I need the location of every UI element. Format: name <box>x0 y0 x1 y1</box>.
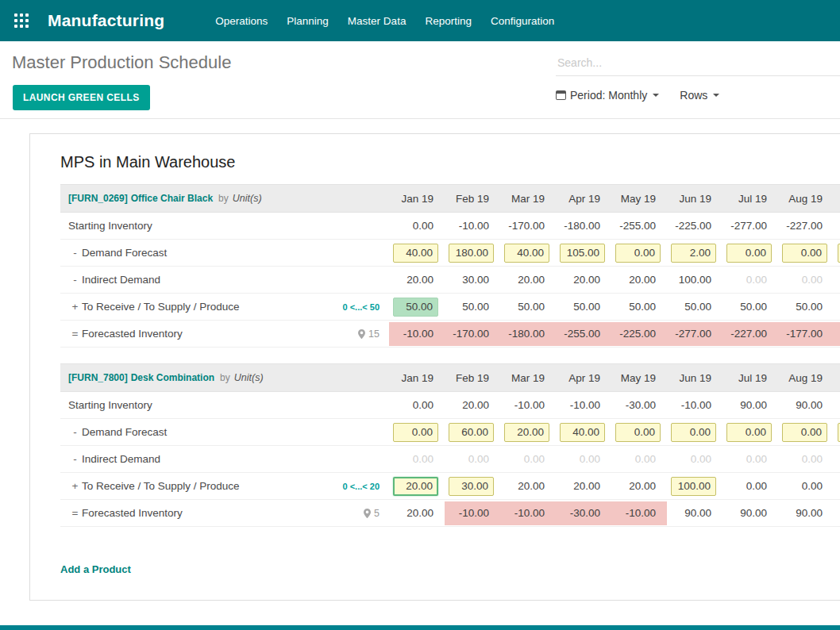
value-cell: 180.00 <box>445 240 500 266</box>
demand-input[interactable]: 2.00 <box>671 244 716 263</box>
apps-grid-icon[interactable] <box>14 13 29 28</box>
value-cell: 0.00 <box>556 446 611 472</box>
equals-sign: = <box>68 507 82 519</box>
row-label: Indirect Demand <box>82 274 160 286</box>
demand-input[interactable]: 0.00 <box>726 423 772 442</box>
value-cell: 105.00 <box>556 240 611 266</box>
demand-input[interactable]: 105.00 <box>560 244 605 263</box>
value-cell: 20.00 <box>389 473 445 499</box>
value-cell: -10.00 <box>667 392 722 418</box>
menu-configuration[interactable]: Configuration <box>481 8 564 34</box>
value-cell: 40.00 <box>389 240 445 266</box>
calendar-icon <box>556 90 566 100</box>
demand-input[interactable]: 0.00 <box>615 244 661 263</box>
value-cell-clipped <box>834 294 840 320</box>
forecast-cell-negative: -30.00 <box>556 501 611 525</box>
row-starting-inventory: Starting Inventory 0.00 -10.00 -170.00 -… <box>60 213 840 240</box>
rows-label: Rows <box>680 89 707 102</box>
value-cell: 40.00 <box>500 240 556 266</box>
forecast-cell: 90.00 <box>667 500 722 526</box>
row-demand-forecast: - Demand Forecast 0.00 60.00 20.00 40.00… <box>60 419 840 446</box>
demand-input[interactable]: 0.00 <box>782 244 827 263</box>
forecast-cell-negative: -10.00 <box>389 322 445 346</box>
row-forecasted-inventory: = Forecasted Inventory 15 -10.00 -170.00… <box>60 321 840 348</box>
value-cell: 50.00 <box>667 294 722 320</box>
value-cell: -180.00 <box>556 213 611 239</box>
product-link[interactable]: [FURN_0269]Office Chair Black <box>68 193 213 204</box>
demand-input[interactable]: 0.00 <box>393 423 438 442</box>
value-cell: 0.00 <box>389 446 445 472</box>
product-link[interactable]: [FURN_7800]Desk Combination <box>68 372 214 383</box>
product-section: [FURN_7800]Desk Combination by Unit(s) J… <box>60 363 840 527</box>
row-label: Starting Inventory <box>68 220 152 232</box>
value-cell: 20.00 <box>556 267 611 293</box>
menu-master-data[interactable]: Master Data <box>338 8 416 34</box>
demand-input[interactable]: 40.00 <box>560 423 605 442</box>
menu-planning[interactable]: Planning <box>277 8 338 34</box>
demand-input[interactable]: 0.00 <box>671 423 716 442</box>
period-dropdown[interactable]: Period: Monthly <box>556 89 659 102</box>
search-input[interactable] <box>556 56 840 70</box>
supply-input[interactable]: 30.00 <box>449 477 494 496</box>
demand-input[interactable]: 40.00 <box>504 244 549 263</box>
demand-input[interactable]: 20.00 <box>504 423 549 442</box>
supply-input-green[interactable]: 50.00 <box>393 298 438 317</box>
row-starting-inventory: Starting Inventory 0.00 20.00 -10.00 -10… <box>60 392 840 419</box>
product-section: [FURN_0269]Office Chair Black by Unit(s)… <box>60 184 840 348</box>
row-label: Forecasted Inventory <box>82 328 183 340</box>
forecast-cell-negative: -255.00 <box>556 322 611 346</box>
value-cell: -255.00 <box>611 213 667 239</box>
month-header-clipped <box>834 185 840 212</box>
demand-input[interactable]: 0.00 <box>726 244 772 263</box>
plus-sign: + <box>68 480 82 492</box>
forecast-cell-negative: -227.00 <box>722 322 778 346</box>
value-cell: 20.00 <box>611 473 667 499</box>
value-cell: -170.00 <box>500 213 556 239</box>
menu-operations[interactable]: Operations <box>206 8 277 34</box>
demand-input[interactable]: 60.00 <box>449 423 494 442</box>
minus-sign: - <box>68 274 82 286</box>
value-cell: 50.00 <box>778 294 834 320</box>
add-product-link[interactable]: Add a Product <box>60 563 131 575</box>
row-demand-forecast: - Demand Forecast 40.00 180.00 40.00 105… <box>60 240 840 267</box>
demand-input[interactable]: 180.00 <box>449 244 494 263</box>
value-cell-clipped <box>834 213 840 239</box>
chevron-down-icon <box>713 94 719 97</box>
value-cell: -227.00 <box>778 213 834 239</box>
value-cell-clipped <box>834 392 840 418</box>
forecast-cell-negative: -10.00 <box>445 501 500 525</box>
month-header: Jun 19 <box>667 364 722 391</box>
row-label: Demand Forecast <box>82 426 167 438</box>
value-cell: 40.00 <box>556 419 611 445</box>
value-cell-clipped <box>834 240 840 266</box>
row-label: To Receive / To Supply / Produce <box>82 301 240 313</box>
row-indirect-demand: - Indirect Demand 0.00 0.00 0.00 0.00 0.… <box>60 446 840 473</box>
map-pin-icon <box>364 509 371 518</box>
value-cell-clipped <box>834 419 840 445</box>
value-cell: 0.00 <box>667 419 722 445</box>
value-cell: 20.00 <box>500 473 556 499</box>
value-cell: 0.00 <box>778 240 834 266</box>
top-menu: Operations Planning Master Data Reportin… <box>206 8 564 34</box>
forecast-cell-negative: -10.00 <box>611 501 667 525</box>
menu-reporting[interactable]: Reporting <box>415 8 481 34</box>
launch-green-cells-button[interactable]: LAUNCH GREEN CELLS <box>13 85 150 110</box>
forecast-cell-clipped <box>834 500 840 526</box>
rows-dropdown[interactable]: Rows <box>680 89 719 102</box>
value-cell: 0.00 <box>667 446 722 472</box>
row-label: Indirect Demand <box>82 453 160 465</box>
row-indirect-demand: - Indirect Demand 20.00 30.00 20.00 20.0… <box>60 267 840 294</box>
chevron-down-icon <box>653 94 659 97</box>
demand-input[interactable]: 0.00 <box>615 423 661 442</box>
supply-input[interactable]: 100.00 <box>671 477 716 496</box>
month-header: Apr 19 <box>556 364 611 391</box>
value-cell: 20.00 <box>556 473 611 499</box>
value-cell: 2.00 <box>667 240 722 266</box>
value-cell: 60.00 <box>445 419 500 445</box>
demand-input[interactable]: 40.00 <box>393 244 438 263</box>
value-cell: 0.00 <box>778 419 834 445</box>
demand-input[interactable]: 0.00 <box>782 423 827 442</box>
supply-input-selected[interactable]: 20.00 <box>393 477 438 496</box>
forecast-cell-negative: -277.00 <box>667 322 722 346</box>
month-header: Jan 19 <box>389 185 445 212</box>
